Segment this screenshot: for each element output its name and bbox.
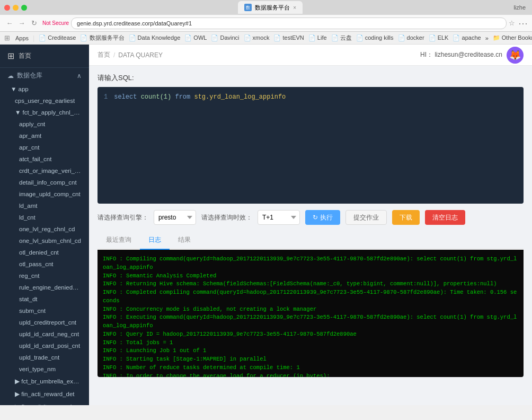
sidebar-item-apr-amt[interactable]: apr_amt (0, 130, 89, 142)
sidebar-item-upld-posi[interactable]: upld_id_card_posi_cnt (0, 340, 89, 352)
bookmark-docker[interactable]: 📄 docker (398, 34, 424, 41)
sidebar-item-crdt[interactable]: crdt_or_image_veri_cnt (0, 165, 89, 177)
log-line: INFO : In order to change the average lo… (103, 372, 518, 378)
log-line: INFO : Query ID = hadoop_20171220113939_… (103, 330, 518, 339)
bookmarks-bar: ⊞ Apps | 📄 Creditease 📄 数据服务平台 📄 Data Kn… (0, 32, 532, 45)
clear-button[interactable]: 清空日志 (425, 210, 465, 225)
minimize-button[interactable] (13, 5, 19, 11)
browser-chrome: 数 数据服务平台 × lizhe ← → ↻ Not Secure ☆ ⋯ ⊞ … (0, 0, 532, 45)
security-label: Not Secure (42, 20, 69, 26)
bookmark-coding[interactable]: 📄 coding kills (356, 34, 394, 41)
tab-recent[interactable]: 最近查询 (97, 231, 140, 250)
sidebar-section-label: 数据仓库 (17, 71, 42, 80)
submit-button[interactable]: 提交作业 (345, 210, 387, 225)
sql-table-ref: stg.yrd_loan_log_appinfo (194, 93, 286, 101)
sidebar-item-rule-engine[interactable]: rule_engine_denied_cnt (0, 282, 89, 293)
browser-titlebar: 数 数据服务平台 × lizhe (0, 0, 532, 15)
sidebar-item-apr-cnt[interactable]: apr_cnt (0, 142, 89, 153)
sidebar-item-cps[interactable]: cps_user_reg_earliest (0, 95, 89, 107)
sidebar-section-warehouse[interactable]: ☁ 数据仓库 ∧ (0, 68, 89, 83)
sidebar-item-fct-br[interactable]: ▼ fct_br_apply_chnl_analys (0, 107, 89, 118)
sidebar-item-veri-type[interactable]: veri_type_nm (0, 363, 89, 375)
tab-close-icon[interactable]: × (293, 5, 296, 11)
time-select[interactable]: T+1 T T+2 (258, 210, 300, 225)
download-button[interactable]: 下载 (392, 210, 420, 225)
bookmark-life[interactable]: 📄 Life (308, 34, 327, 41)
tab-result[interactable]: 结果 (170, 231, 199, 250)
log-output: INFO : Compiling command(queryId=hadoop_… (97, 250, 524, 377)
engine-select[interactable]: presto hive spark (154, 210, 196, 225)
page-header: 首页 / DATA QUAREY HI： lizhesun@creditease… (89, 45, 532, 66)
sql-editor[interactable]: 1 select count(1) from stg.yrd_loan_log_… (97, 87, 524, 204)
bookmark-creditease[interactable]: 📄 Creditease (39, 34, 76, 41)
avatar-icon: 🦊 (509, 49, 521, 61)
sidebar-scroll[interactable]: ☁ 数据仓库 ∧ ▼ app cps_user_reg_earliest ▼ f… (0, 68, 89, 405)
time-label: 请选择查询时效： (201, 213, 252, 222)
sidebar-item-otl-denied[interactable]: otl_denied_cnt (0, 247, 89, 258)
star-icon[interactable]: ☆ (509, 19, 515, 27)
bookmark-davinci[interactable]: 📄 Davinci (211, 34, 239, 41)
main-content: 首页 / DATA QUAREY HI： lizhesun@creditease… (89, 45, 532, 405)
extensions-icon[interactable]: ⋯ (518, 18, 528, 29)
sidebar-item-otl-pass[interactable]: otl_pass_cnt (0, 258, 89, 270)
breadcrumb-current: DATA QUAREY (118, 51, 163, 59)
sidebar-item-upld-neg[interactable]: upld_id_card_neg_cnt (0, 328, 89, 340)
sidebar-item-atct-fail[interactable]: atct_fail_cnt (0, 153, 89, 165)
browser-tab[interactable]: 数 数据服务平台 × (238, 1, 303, 14)
sidebar-item-upld-credit[interactable]: upld_creditreport_cnt (0, 317, 89, 328)
bookmark-apache[interactable]: 📄 apache (453, 34, 481, 41)
bookmark-owl[interactable]: 📄 OWL (184, 34, 207, 41)
bookmark-yunpan[interactable]: 📄 云盘 (331, 34, 352, 42)
query-controls: 请选择查询引擎： presto hive spark 请选择查询时效： T+1 … (97, 210, 524, 225)
bookmark-elk[interactable]: 📄 ELK (429, 34, 449, 41)
maximize-button[interactable] (21, 5, 27, 11)
sidebar-item-upld-trade[interactable]: upld_trade_cnt (0, 352, 89, 363)
result-tabs: 最近查询 日志 结果 (97, 231, 524, 250)
address-input[interactable] (71, 18, 507, 29)
refresh-button[interactable]: ↻ (29, 18, 39, 29)
bookmark-xmock[interactable]: 📄 xmock (244, 34, 270, 41)
log-line: INFO : Completed compiling command(query… (103, 288, 518, 305)
warehouse-icon: ☁ (7, 72, 14, 80)
sql-code[interactable]: select count(1) from stg.yrd_loan_log_ap… (114, 93, 286, 101)
sidebar-item-ld-cnt[interactable]: ld_cnt (0, 212, 89, 223)
engine-label: 请选择查询引擎： (97, 213, 148, 222)
back-button[interactable]: ← (4, 18, 15, 29)
close-button[interactable] (4, 5, 10, 11)
tab-log[interactable]: 日志 (140, 231, 170, 250)
bookmark-apps[interactable]: Apps (15, 35, 29, 41)
sidebar-item-subm-cnt[interactable]: subm_cnt (0, 305, 89, 317)
log-line: INFO : Starting task [Stage-1:MAPRED] in… (103, 355, 518, 364)
bookmark-dataservice[interactable]: 📄 数据服务平台 (80, 34, 124, 42)
user-email: lizhesun@creditease.cn (435, 51, 502, 58)
bookmark-testevn[interactable]: 📄 testEVN (273, 34, 304, 41)
forward-button[interactable]: → (16, 18, 27, 29)
traffic-lights (4, 5, 27, 11)
sidebar-item-fct-umbrella[interactable]: ▶ fct_br_umbrella_export... (0, 375, 89, 388)
sidebar-item-reg-cnt[interactable]: reg_cnt (0, 270, 89, 282)
bookmark-dataknowledge[interactable]: 📄 Data Knowledge (129, 34, 181, 41)
tab-title: 数据服务平台 (255, 4, 290, 12)
apps-grid-icon[interactable]: ⊞ (4, 34, 10, 42)
browser-user: lizhe (513, 4, 528, 11)
sidebar-item-detail[interactable]: detail_info_comp_cnt (0, 177, 89, 188)
bookmark-other[interactable]: 📁 Other Bookmarks (493, 34, 532, 41)
run-button[interactable]: ↻ 执行 (305, 210, 340, 225)
sidebar-item-image[interactable]: image_upld_comp_cnt (0, 188, 89, 200)
bookmark-more[interactable]: » (485, 35, 489, 41)
sql-line-number: 1 (104, 93, 108, 101)
sidebar-item-apply-cnt[interactable]: apply_cnt (0, 118, 89, 130)
sidebar-home[interactable]: ⊞ 首页 (0, 45, 89, 68)
sql-count-fn: count(1) (141, 93, 172, 101)
sidebar-item-fin-activity[interactable]: ▶ fin_activity_reward_cust (0, 400, 89, 405)
sidebar-item-one-lvl-subm[interactable]: one_lvl_subm_chnl_cd (0, 235, 89, 247)
breadcrumb-home[interactable]: 首页 (97, 50, 110, 59)
breadcrumb-separator: / (113, 51, 115, 59)
sidebar-item-one-lvl-reg[interactable]: one_lvl_reg_chnl_cd (0, 223, 89, 235)
log-line: INFO : Total jobs = 1 (103, 339, 518, 347)
sidebar-item-stat-dt[interactable]: stat_dt (0, 293, 89, 305)
nav-buttons: ← → ↻ (4, 18, 39, 29)
sidebar-item-app[interactable]: ▼ app (0, 83, 89, 95)
sidebar-item-fin-acti[interactable]: ▶ fin_acti_reward_det (0, 388, 89, 400)
sidebar-item-ld-amt[interactable]: ld_amt (0, 200, 89, 212)
